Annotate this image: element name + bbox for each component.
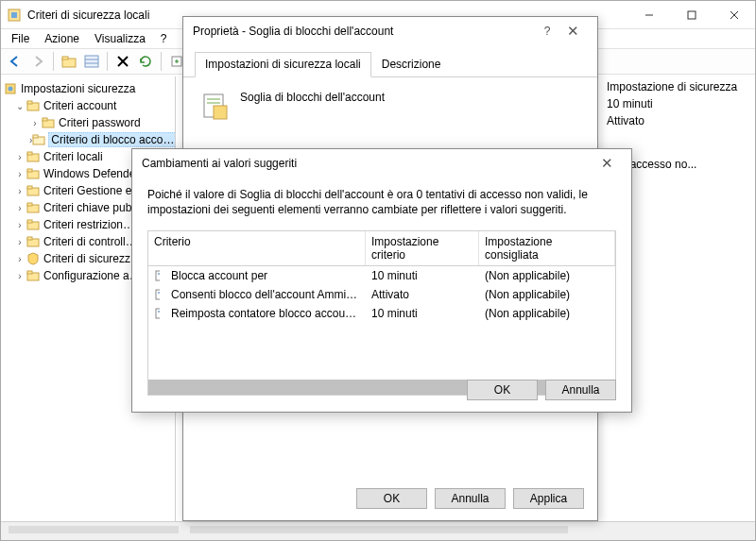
ok-button[interactable]: OK [356, 488, 427, 509]
tree-label: Configurazione a… [43, 269, 141, 282]
expand-icon[interactable]: › [14, 169, 26, 179]
maximize-button[interactable] [670, 1, 713, 28]
menu-visualizza[interactable]: Visualizza [88, 31, 152, 46]
delete-button[interactable] [112, 51, 133, 72]
tree-label: Impostazioni sicurezza [21, 82, 135, 95]
nav-back-button[interactable] [5, 51, 26, 72]
tab-local-settings[interactable]: Impostazioni di sicurezza locali [195, 52, 371, 77]
folder-icon [26, 234, 41, 249]
tree-root[interactable]: Impostazioni sicurezza [1, 80, 175, 97]
cell-value: 10 minuti [366, 305, 479, 322]
tree-criteri-account[interactable]: ⌄ Criteri account [1, 97, 175, 114]
toolbar-divider [107, 52, 108, 71]
column-impostazione[interactable]: Impostazione criterio [366, 231, 479, 265]
ok-button[interactable]: OK [467, 380, 538, 400]
svg-rect-29 [27, 203, 32, 206]
svg-rect-43 [158, 292, 160, 294]
policy-name-label: Soglia di blocchi dell'account [240, 91, 385, 104]
column-consigliata[interactable]: Impostazione consigliata [479, 231, 615, 265]
close-icon[interactable]: ✕ [592, 155, 622, 172]
expand-icon[interactable]: › [14, 237, 26, 247]
expand-icon[interactable]: › [14, 254, 26, 264]
cell-criterio: Reimposta contatore blocco account do... [165, 305, 366, 322]
apply-button[interactable]: Applica [513, 488, 584, 509]
svg-rect-7 [62, 57, 68, 59]
cancel-button[interactable]: Annulla [435, 488, 506, 509]
folder-open-icon [32, 132, 45, 147]
tree-label: Criteri restrizion… [43, 218, 134, 231]
cell-recommended: (Non applicabile) [479, 286, 615, 303]
policy-item-icon [148, 286, 165, 303]
column-criterio[interactable]: Criterio [148, 231, 366, 265]
svg-rect-35 [27, 271, 32, 274]
policy-value: 10 minuti [607, 97, 747, 114]
expand-icon[interactable]: › [14, 152, 26, 162]
dialog-title: Cambiamenti ai valori suggeriti [142, 157, 592, 170]
tab-description[interactable]: Descrizione [371, 52, 452, 77]
svg-rect-39 [214, 106, 227, 119]
cell-recommended: (Non applicabile) [479, 305, 615, 322]
svg-rect-1 [11, 12, 17, 18]
svg-rect-38 [207, 102, 220, 104]
svg-rect-21 [33, 135, 38, 138]
svg-rect-31 [27, 220, 32, 223]
help-button[interactable]: ? [537, 25, 558, 38]
folder-icon [26, 98, 41, 113]
svg-rect-25 [27, 169, 32, 172]
tree-label: Criteri di controll… [43, 235, 137, 248]
expand-icon[interactable]: › [14, 220, 26, 230]
table-row[interactable]: Blocca account per 10 minuti (Non applic… [148, 266, 615, 285]
table-row[interactable]: Reimposta contatore blocco account do...… [148, 304, 615, 323]
svg-rect-44 [156, 309, 160, 318]
cell-value: 10 minuti [366, 267, 479, 284]
tree-label: Criteri chiave pub… [43, 201, 143, 214]
tree-label: Criteri di sicurezz… [43, 252, 142, 265]
policy-icon [200, 91, 231, 121]
svg-rect-19 [43, 118, 47, 121]
svg-rect-8 [85, 56, 98, 67]
folder-icon [26, 268, 41, 283]
svg-rect-33 [27, 237, 32, 240]
expand-icon[interactable]: › [29, 118, 41, 128]
table-row[interactable]: Consenti blocco dell'account Amministr..… [148, 285, 615, 304]
expand-icon[interactable]: › [14, 203, 26, 213]
expand-icon[interactable]: › [14, 271, 26, 281]
tree-label: Criteri password [59, 116, 141, 129]
minimize-button[interactable] [627, 1, 670, 28]
policy-item-icon [148, 305, 165, 322]
folder-open-icon[interactable] [59, 51, 79, 72]
svg-rect-23 [27, 152, 32, 155]
tree-label: Criteri locali [43, 150, 103, 163]
refresh-icon[interactable] [135, 51, 156, 72]
app-icon [7, 8, 22, 23]
collapse-icon[interactable]: ⌄ [14, 101, 26, 111]
svg-point-15 [9, 87, 13, 92]
dialog-title: Proprietà - Soglia di blocchi dell'accou… [193, 25, 537, 38]
policy-item-icon [148, 267, 165, 284]
svg-rect-45 [158, 311, 160, 313]
cell-value: Attivato [366, 286, 479, 303]
close-icon[interactable]: ✕ [558, 23, 588, 40]
cell-criterio: Consenti blocco dell'account Amministr..… [165, 286, 366, 303]
tree-criteri-blocco[interactable]: › Criterio di blocco acco… [1, 131, 175, 148]
menu-file[interactable]: File [5, 31, 36, 46]
svg-rect-37 [207, 98, 220, 100]
menu-help[interactable]: ? [154, 31, 174, 46]
cancel-button[interactable]: Annulla [545, 380, 616, 400]
tree-label: Criterio di blocco acco… [48, 132, 175, 147]
nav-forward-button[interactable] [27, 51, 48, 72]
statusbar [1, 521, 755, 540]
toolbar-divider [161, 52, 162, 71]
expand-icon[interactable]: › [14, 186, 26, 196]
cell-criterio: Blocca account per [165, 267, 366, 284]
tree-criteri-password[interactable]: › Criteri password [1, 114, 175, 131]
view-list-icon[interactable] [81, 51, 102, 72]
column-header[interactable]: Impostazione di sicurezza [607, 80, 747, 97]
svg-rect-41 [158, 273, 160, 275]
folder-icon [26, 166, 41, 181]
folder-icon [41, 115, 56, 130]
menu-azione[interactable]: Azione [38, 31, 86, 46]
folder-icon [26, 149, 41, 164]
cell-recommended: (Non applicabile) [479, 267, 615, 284]
close-button[interactable] [713, 1, 755, 28]
